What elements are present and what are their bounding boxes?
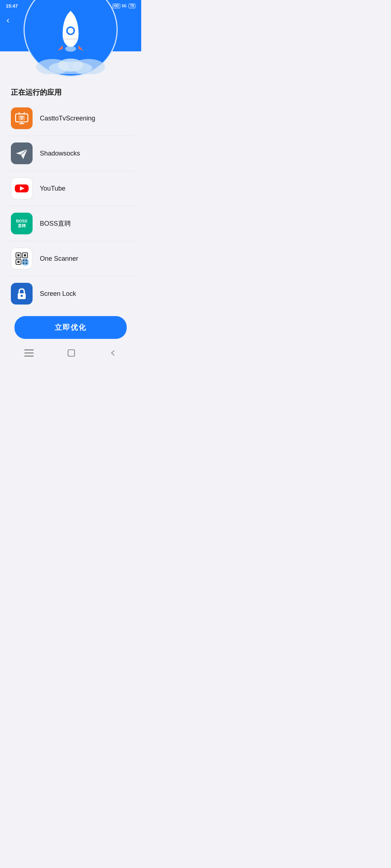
- rocket-illustration: [54, 7, 87, 60]
- rocket-clouds: [31, 54, 110, 74]
- list-item: BOSS 直聘 BOSS直聘: [7, 206, 134, 241]
- svg-rect-32: [24, 353, 34, 354]
- svg-rect-19: [17, 254, 20, 256]
- svg-rect-33: [24, 356, 34, 357]
- svg-rect-34: [68, 350, 75, 356]
- svg-rect-21: [24, 254, 26, 256]
- optimize-button[interactable]: 立即优化: [14, 316, 127, 339]
- optimize-btn-container: 立即优化: [7, 311, 134, 344]
- list-item: Screen Lock: [7, 276, 134, 311]
- rocket-svg: [54, 7, 87, 60]
- signal-icon: 5G: [122, 4, 127, 8]
- list-item: One Scanner: [7, 241, 134, 276]
- app-icon-onescanner: [11, 248, 33, 269]
- nav-home-icon[interactable]: [67, 349, 75, 357]
- svg-rect-31: [24, 349, 34, 350]
- nav-back-icon[interactable]: [109, 349, 117, 357]
- app-icon-youtube: [11, 178, 33, 199]
- app-name-screenlock: Screen Lock: [40, 290, 76, 298]
- battery-icon: 79: [129, 4, 135, 8]
- bottom-nav: [7, 344, 134, 364]
- svg-point-8: [49, 61, 92, 74]
- app-icon-screenlock: [11, 283, 33, 305]
- svg-point-30: [21, 295, 23, 297]
- list-item: Shadowsocks: [7, 136, 134, 171]
- app-name-boss: BOSS直聘: [40, 219, 71, 228]
- svg-point-2: [68, 28, 73, 34]
- svg-point-4: [65, 46, 76, 52]
- app-name-onescanner: One Scanner: [40, 255, 78, 263]
- list-item: YouTube: [7, 171, 134, 206]
- app-list: CasttoTvScreening Shadowsocks YouTube: [7, 101, 134, 311]
- status-time: 15:47: [6, 3, 18, 9]
- back-button[interactable]: ‹: [7, 15, 9, 25]
- app-name-shadowsocks: Shadowsocks: [40, 150, 80, 157]
- rocket-circle-wrapper: [0, 51, 141, 124]
- app-icon-boss: BOSS 直聘: [11, 213, 33, 234]
- svg-point-28: [22, 259, 29, 266]
- nav-menu-icon[interactable]: [24, 349, 34, 357]
- app-icon-shadowsocks: [11, 142, 33, 164]
- app-name-youtube: YouTube: [40, 185, 66, 192]
- rocket-circle: [24, 0, 118, 77]
- svg-rect-23: [17, 261, 20, 263]
